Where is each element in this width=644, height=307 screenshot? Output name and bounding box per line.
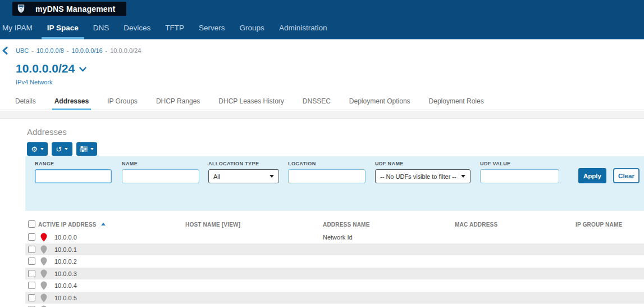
nav-item-tftp[interactable]: TFTP <box>165 17 184 39</box>
app-window: myDNS Management My IPAM IP Space DNS De… <box>0 0 644 307</box>
chevron-down-icon <box>65 148 68 150</box>
column-header-active-ip-address[interactable]: ACTIVE IP ADDRESS <box>38 222 106 228</box>
breadcrumb-link-ubc[interactable]: UBC <box>16 47 29 54</box>
free-address-pin-icon <box>40 269 47 278</box>
apply-button[interactable]: Apply <box>578 168 606 183</box>
range-label: RANGE <box>35 161 112 166</box>
name-label: NAME <box>122 161 199 166</box>
column-header-ip-group-name[interactable]: IP GROUP NAME <box>576 222 622 228</box>
table-row[interactable]: 10.0.0.1 <box>25 243 644 256</box>
row-checkbox[interactable] <box>28 282 35 289</box>
history-icon: ↺ <box>56 146 62 153</box>
column-header-host-name[interactable]: HOST NAME [VIEW] <box>185 222 240 228</box>
filter-field-udf-name: UDF NAME -- No UDFs visible to filter -- <box>375 161 471 183</box>
sliders-icon <box>80 146 88 152</box>
breadcrumb-link-slash8[interactable]: 10.0.0.0/8 <box>36 47 64 54</box>
table-row[interactable]: 10.0.0.2 <box>25 255 644 268</box>
page-title: 10.0.0.0/24 <box>16 62 75 75</box>
row-checkbox[interactable] <box>28 246 35 253</box>
udf-name-label: UDF NAME <box>375 161 471 166</box>
back-chevron-icon[interactable] <box>2 47 8 55</box>
table-row[interactable]: 10.0.0.0 Network Id <box>25 231 644 243</box>
tab-deployment-options[interactable]: Deployment Options <box>349 94 410 110</box>
free-address-pin-icon <box>40 245 47 254</box>
tab-details[interactable]: Details <box>15 94 36 110</box>
nav-item-devices[interactable]: Devices <box>124 17 150 39</box>
title-chevron-down-icon[interactable] <box>79 67 86 72</box>
page-subtitle: IPv4 Network <box>16 79 52 85</box>
row-checkbox[interactable] <box>28 294 35 301</box>
ip-address-cell: 10.0.0.1 <box>54 246 77 253</box>
section-heading: Addresses <box>27 127 67 137</box>
nav-item-ip-space[interactable]: IP Space <box>47 17 79 39</box>
table-row[interactable]: 10.0.0.5 <box>25 292 644 304</box>
udf-value-label: UDF VALUE <box>480 161 559 166</box>
tab-subheader-band <box>0 111 644 119</box>
allocation-type-label: ALLOCATION TYPE <box>208 161 279 166</box>
filter-menu-button[interactable] <box>76 142 97 156</box>
addresses-toolbar: ⚙ ↺ <box>27 142 97 156</box>
nav-item-administration[interactable]: Administration <box>279 17 327 39</box>
row-checkbox[interactable] <box>28 258 35 265</box>
tab-deployment-roles[interactable]: Deployment Roles <box>429 94 484 110</box>
name-input[interactable] <box>122 169 199 183</box>
gear-icon: ⚙ <box>31 146 38 153</box>
app-logo[interactable]: myDNS Management <box>12 2 126 16</box>
tab-addresses[interactable]: Addresses <box>54 94 89 110</box>
row-checkbox[interactable] <box>28 270 35 277</box>
table-row[interactable]: 10.0.0.3 <box>25 268 644 280</box>
network-id-pin-icon <box>40 233 47 242</box>
breadcrumb: UBC - 10.0.0.0/8 - 10.0.0.0/16 - 10.0.0.… <box>16 47 141 54</box>
udf-value-input[interactable] <box>480 169 559 183</box>
allocation-type-value: All <box>213 173 220 180</box>
location-input[interactable] <box>288 169 366 183</box>
history-menu-button[interactable]: ↺ <box>52 142 72 156</box>
nav-item-groups[interactable]: Groups <box>240 17 264 39</box>
table-row[interactable]: 10.0.0.4 <box>25 279 644 292</box>
chevron-down-icon <box>40 148 44 150</box>
table-header-row: ACTIVE IP ADDRESS HOST NAME [VIEW] ADDRE… <box>25 219 644 231</box>
filter-field-udf-value: UDF VALUE <box>480 161 559 183</box>
breadcrumb-link-slash16[interactable]: 10.0.0.0/16 <box>72 47 103 54</box>
range-input[interactable] <box>35 169 112 183</box>
chevron-down-icon <box>90 148 94 150</box>
tab-ip-groups[interactable]: IP Groups <box>107 94 138 110</box>
clear-button[interactable]: Clear <box>613 168 640 183</box>
address-name-cell: Network Id <box>323 234 353 241</box>
allocation-type-select[interactable]: All <box>208 169 279 183</box>
filter-field-location: LOCATION <box>288 161 366 183</box>
breadcrumb-current: 10.0.0.0/24 <box>110 47 141 54</box>
app-title: myDNS Management <box>35 4 115 13</box>
filter-field-allocation-type: ALLOCATION TYPE All <box>208 161 279 183</box>
column-header-mac-address[interactable]: MAC ADDRESS <box>455 222 497 228</box>
location-label: LOCATION <box>288 161 366 166</box>
nav-item-my-ipam[interactable]: My IPAM <box>2 17 33 39</box>
tab-dhcp-ranges[interactable]: DHCP Ranges <box>156 94 200 110</box>
table-row-partial[interactable] <box>25 304 644 307</box>
select-arrow-icon <box>270 175 274 178</box>
filter-field-name: NAME <box>122 161 199 183</box>
filter-panel: RANGE NAME ALLOCATION TYPE All LOCATION … <box>25 156 644 211</box>
column-header-address-name[interactable]: ADDRESS NAME <box>323 222 370 228</box>
breadcrumb-separator: - <box>31 47 34 54</box>
row-checkbox[interactable] <box>28 233 35 241</box>
breadcrumb-separator: - <box>67 47 69 54</box>
main-nav: My IPAM IP Space DNS Devices TFTP Server… <box>0 17 644 39</box>
ip-address-cell: 10.0.0.5 <box>54 295 77 301</box>
udf-name-value: -- No UDFs visible to filter -- <box>380 173 456 180</box>
settings-menu-button[interactable]: ⚙ <box>27 142 48 156</box>
free-address-pin-icon <box>40 257 47 266</box>
nav-item-dns[interactable]: DNS <box>93 17 109 39</box>
tab-dhcp-leases-history[interactable]: DHCP Leases History <box>218 94 284 110</box>
select-arrow-icon <box>461 175 465 178</box>
free-address-pin-icon <box>40 294 47 303</box>
page-title-row: 10.0.0.0/24 <box>16 62 86 75</box>
select-all-checkbox[interactable] <box>28 220 35 228</box>
top-bar: myDNS Management <box>0 0 644 17</box>
ip-address-cell: 10.0.0.0 <box>54 234 77 241</box>
nav-item-servers[interactable]: Servers <box>199 17 225 39</box>
tab-dnssec[interactable]: DNSSEC <box>303 94 331 110</box>
sort-ascending-icon <box>101 223 106 225</box>
free-address-pin-icon <box>40 281 47 290</box>
udf-name-select[interactable]: -- No UDFs visible to filter -- <box>375 169 471 183</box>
